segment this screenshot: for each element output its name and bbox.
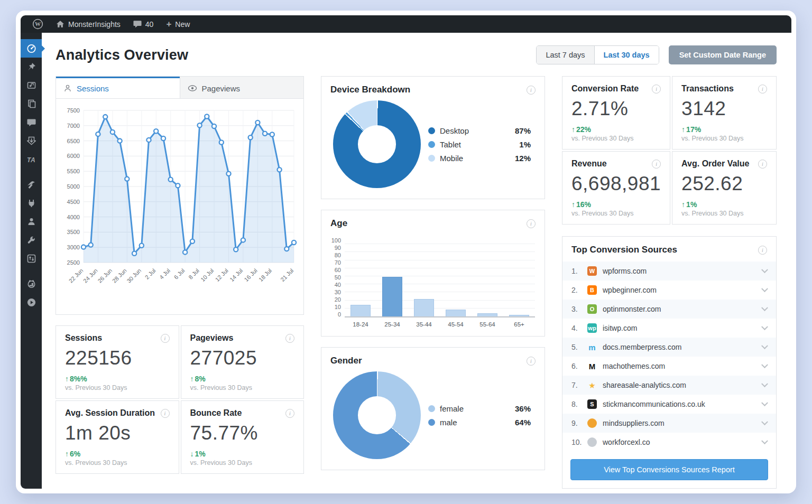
svg-text:12 Jul: 12 Jul (214, 267, 229, 283)
svg-text:30 Jun: 30 Jun (125, 267, 142, 284)
source-domain: shareasale-analytics.com (603, 381, 686, 389)
source-row-isitwp-com[interactable]: 4. wp isitwp.com (562, 319, 776, 338)
up-arrow-icon: ↑ (190, 375, 194, 383)
chevron-down-icon[interactable] (761, 304, 768, 311)
chevron-down-icon[interactable] (761, 361, 768, 368)
chevron-down-icon[interactable] (761, 418, 768, 425)
source-row-wpforms-com[interactable]: 1. W wpforms.com (562, 262, 776, 281)
source-row-optinmonster-com[interactable]: 3. O optinmonster.com (562, 300, 776, 319)
info-icon[interactable]: i (161, 334, 170, 343)
info-icon[interactable]: i (758, 85, 767, 94)
age-y-tick: 30 (329, 289, 341, 295)
card-delta: ↑8%% (65, 375, 170, 383)
legend-dot-icon (428, 419, 435, 426)
comments-count: 40 (145, 20, 154, 29)
last-7-days-button[interactable]: Last 7 days (537, 46, 594, 64)
source-domain: isitwp.com (603, 324, 637, 332)
chevron-down-icon[interactable] (761, 285, 768, 292)
up-arrow-icon: ↑ (65, 375, 69, 383)
source-row-wpbeginner-com[interactable]: 2. B wpbeginner.com (562, 281, 776, 300)
source-row-mindsuppliers-com[interactable]: 9. mindsuppliers.com (562, 414, 776, 433)
card-value: 225156 (65, 347, 170, 369)
sidebar-item-monsterinsights[interactable] (21, 275, 42, 293)
info-icon[interactable]: i (758, 160, 767, 169)
legend-value: 36% (515, 404, 531, 413)
age-y-axis: 1009080706050403020100 (329, 237, 345, 318)
plugins-icon (27, 199, 36, 208)
set-custom-date-range-button[interactable]: Set Custom Date Range (669, 45, 777, 64)
top-conversion-sources-panel: Top Conversion Sources i 1. W wpforms.co… (562, 236, 777, 489)
card-header: Avg. Order Value i (681, 159, 767, 169)
svg-text:6500: 6500 (67, 138, 80, 144)
source-row-shareasale-analytics-com[interactable]: 7. ★ shareasale-analytics.com (562, 376, 776, 395)
chevron-down-icon[interactable] (761, 323, 768, 330)
info-icon[interactable]: i (285, 409, 294, 418)
source-row-machothemes-com[interactable]: 6. M machothemes.com (562, 357, 776, 376)
info-icon[interactable]: i (652, 160, 661, 169)
legend-dot-icon (428, 155, 435, 162)
age-x-label: 35-44 (408, 321, 440, 328)
card-title: Revenue (571, 159, 607, 169)
info-icon[interactable]: i (527, 219, 536, 228)
favicon-icon: wp (587, 323, 597, 333)
favicon-icon (587, 437, 597, 447)
sidebar-item-users[interactable] (21, 212, 42, 231)
sidebar-item-pages[interactable] (21, 95, 42, 113)
source-domain: machothemes.com (603, 362, 665, 370)
chevron-down-icon[interactable] (761, 380, 768, 387)
sidebar-item-tools[interactable] (21, 175, 42, 194)
sidebar-item-text-ta[interactable]: TA (21, 150, 42, 169)
sidebar-item-wrench[interactable] (21, 231, 42, 249)
info-icon[interactable]: i (161, 409, 170, 418)
svg-text:26 Jun: 26 Jun (96, 267, 113, 284)
chevron-down-icon[interactable] (761, 437, 768, 444)
view-report-button[interactable]: View Top Conversions Sources Report (570, 459, 768, 480)
age-y-tick: 20 (329, 296, 341, 303)
svg-text:24 Jun: 24 Jun (82, 267, 99, 284)
info-icon[interactable]: i (285, 334, 294, 343)
admin-bar-comments[interactable]: 40 (129, 15, 158, 33)
pin-icon (27, 62, 36, 71)
tab-pageviews[interactable]: Pageviews (180, 77, 304, 98)
source-row-workforcexl-co[interactable]: 10. workforcexl.co (562, 433, 776, 452)
age-y-tick: 10 (329, 304, 341, 310)
chevron-down-icon[interactable] (761, 399, 768, 406)
text-ta-icon: TA (27, 155, 35, 164)
card-header: Revenue i (571, 159, 661, 169)
source-row-docs-memberpress-com[interactable]: 5. m docs.memberpress.com (562, 338, 776, 357)
card-note: vs. Previous 30 Days (65, 384, 170, 391)
tab-sessions[interactable]: Sessions (56, 77, 180, 98)
gender-body: female 36% male 64% (321, 369, 545, 470)
sessions-chart-body: 2500300035004000450050005500600065007000… (56, 99, 303, 314)
sidebar-item-dashboard[interactable] (21, 39, 42, 58)
source-row-stickmancommunications-co-uk[interactable]: 8. S stickmancommunications.co.uk (562, 395, 776, 414)
sidebar-item-settings[interactable] (21, 249, 42, 268)
admin-bar-site[interactable]: MonsterInsights (52, 15, 125, 33)
age-plot-wrap: 18-2425-3435-4445-5455-6465+ (345, 237, 535, 334)
chevron-down-icon[interactable] (761, 266, 768, 273)
info-icon[interactable]: i (758, 246, 767, 255)
source-rank: 1. (571, 267, 587, 275)
legend-item-male: male 64% (428, 418, 531, 427)
last-30-days-button[interactable]: Last 30 days (594, 46, 659, 64)
metrics-cards-grid: Sessions i 225156 ↑8%% vs. Previous 30 D… (56, 325, 304, 474)
wordpress-logo-icon[interactable]: W (28, 15, 48, 33)
admin-bar-new[interactable]: + New (162, 15, 194, 33)
info-icon[interactable]: i (652, 85, 661, 94)
sidebar-item-pin[interactable] (21, 58, 42, 76)
new-label: New (175, 20, 190, 29)
info-icon[interactable]: i (527, 86, 536, 95)
source-rank: 4. (571, 324, 587, 332)
updates-icon (27, 136, 36, 145)
sidebar-item-plugins[interactable] (21, 194, 42, 212)
sidebar-item-media[interactable] (21, 76, 42, 95)
card-note: vs. Previous 30 Days (190, 459, 295, 466)
sidebar-item-video[interactable] (21, 293, 42, 312)
chevron-down-icon[interactable] (761, 342, 768, 349)
info-icon[interactable]: i (527, 357, 536, 366)
sidebar-item-comments[interactable] (21, 113, 42, 132)
device-donut-chart (333, 100, 421, 188)
age-bar-18-24 (350, 305, 371, 317)
card-note: vs. Previous 30 Days (571, 210, 661, 217)
sidebar-item-updates[interactable] (21, 132, 42, 150)
